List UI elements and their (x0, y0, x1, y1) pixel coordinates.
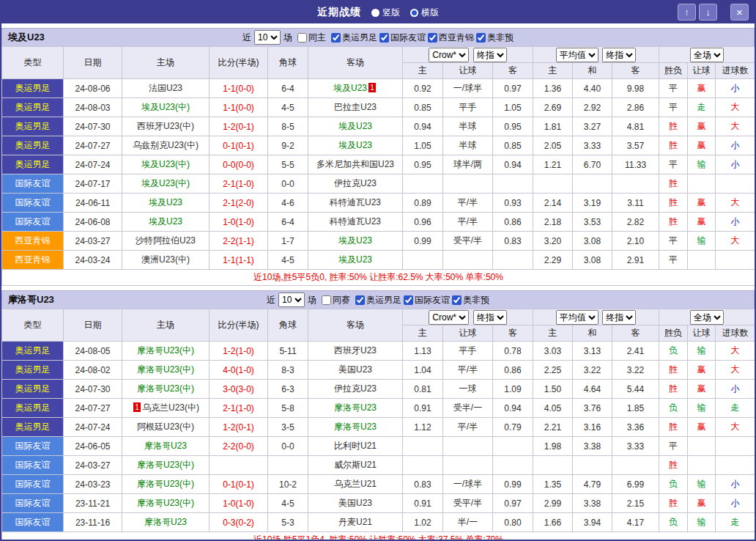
league-filter-checkbox-input[interactable] (428, 33, 437, 43)
odds-stage-select-2[interactable]: 终指 (602, 48, 636, 62)
odds-company-select[interactable]: Crow* (429, 48, 469, 62)
close-button[interactable]: × (730, 4, 749, 21)
away-team-cell[interactable]: 埃及U231 (308, 79, 403, 98)
home-team-cell[interactable]: 摩洛哥U23(中) (122, 380, 210, 399)
summary-row: 近10场,胜5平1负4, 胜率:50% 让胜率:50% 大率:37.5% 单率:… (2, 532, 755, 541)
league-filter-checkbox[interactable]: 奥运男足 (329, 32, 377, 44)
date-cell: 24-07-27 (64, 136, 122, 155)
col-away: 客场 (308, 309, 403, 342)
match-count-select[interactable]: 10 (254, 30, 281, 45)
home-team-cell[interactable]: 埃及U23 (122, 213, 210, 232)
scroll-down-button[interactable]: ↓ (699, 4, 717, 21)
away-team-cell[interactable]: 埃及U23 (308, 136, 403, 155)
league-filter-checkbox-input[interactable] (404, 295, 413, 305)
away-team-cell[interactable]: 埃及U23 (308, 251, 403, 270)
league-filter-checkbox[interactable]: 奥非预 (450, 294, 489, 306)
league-filter-checkbox[interactable]: 奥运男足 (353, 294, 401, 306)
layout-radio-horizontal[interactable]: 横版 (410, 7, 439, 19)
home-team-cell[interactable]: 摩洛哥U23(中) (122, 456, 210, 475)
odds-cell: 一球 (443, 380, 493, 399)
away-team-cell[interactable]: 美国U23 (308, 361, 403, 380)
matches-body: 奥运男足24-08-05摩洛哥U23(中)1-2(1-0)5-11西班牙U231… (2, 342, 755, 532)
odds-cell: 3.36 (612, 418, 659, 437)
result-cell: 赢 (688, 79, 716, 98)
away-team-cell[interactable]: 埃及U23 (308, 117, 403, 136)
away-team-cell[interactable]: 美国U23 (308, 494, 403, 513)
away-team-cell[interactable]: 伊拉克U23 (308, 380, 403, 399)
score-cell: 3-0(3-0) (210, 380, 268, 399)
col-corner: 角球 (268, 309, 308, 342)
home-team-cell[interactable]: 埃及U23(中) (122, 98, 210, 117)
league-filter-checkbox-input[interactable] (331, 33, 341, 43)
away-team-cell[interactable]: 西班牙U23 (308, 342, 403, 361)
away-team-cell[interactable]: 摩洛哥U23 (308, 418, 403, 437)
league-type-cell: 奥运男足 (2, 342, 64, 361)
layout-radio-vertical[interactable]: 竖版 (371, 7, 400, 19)
odds-cell: 2.15 (612, 494, 659, 513)
away-team-cell[interactable]: 摩洛哥U23 (308, 399, 403, 418)
odds-stage-select-1[interactable]: 终指 (473, 310, 507, 325)
league-filter-checkbox-input[interactable] (379, 33, 389, 43)
away-team-cell[interactable]: 伊拉克U23 (308, 174, 403, 194)
away-team-cell[interactable]: 丹麦U21 (308, 513, 403, 532)
odds-cell: 1.05 (493, 98, 533, 117)
home-team-cell[interactable]: 澳洲U23(中) (122, 251, 210, 270)
scroll-up-button[interactable]: ↑ (678, 4, 696, 21)
home-team-cell[interactable]: 1乌克兰U23(中) (122, 399, 210, 418)
score-cell: 4-0(1-0) (210, 361, 268, 380)
home-team-cell[interactable]: 法国U23 (122, 79, 210, 98)
home-team-cell[interactable]: 摩洛哥U23(中) (122, 342, 210, 361)
result-cell: 胜 (659, 117, 688, 136)
home-team-cell[interactable]: 沙特阿拉伯U23 (122, 232, 210, 251)
away-team-cell[interactable]: 科特迪瓦U23 (308, 213, 403, 232)
league-filter-checkbox[interactable]: 国际友谊 (401, 294, 450, 306)
odds-cell: 1.09 (493, 380, 533, 399)
home-team-cell[interactable]: 摩洛哥U23 (122, 513, 210, 532)
same-condition-checkbox[interactable]: 同主 (295, 32, 326, 44)
odds-company-select[interactable]: Crow* (429, 310, 469, 325)
odds-cell (493, 251, 533, 270)
euro-odds-select[interactable]: 平均值 (556, 48, 598, 62)
odds-stage-select-2[interactable]: 终指 (602, 310, 636, 325)
home-team-cell[interactable]: 摩洛哥U23(中) (122, 361, 210, 380)
league-filter-checkbox[interactable]: 国际友谊 (377, 32, 426, 44)
date-cell: 24-06-11 (64, 194, 122, 213)
league-filter-checkbox-input[interactable] (452, 295, 462, 305)
away-team-cell[interactable]: 乌克兰U21 (308, 475, 403, 494)
away-team-cell[interactable]: 科特迪瓦U23 (308, 194, 403, 213)
home-team-cell[interactable]: 摩洛哥U23(中) (122, 475, 210, 494)
home-team-cell[interactable]: 埃及U23(中) (122, 174, 210, 194)
league-filter-checkbox-input[interactable] (355, 295, 365, 305)
scope-select[interactable]: 全场 (690, 48, 724, 62)
home-team-cell[interactable]: 西班牙U23(中) (122, 117, 210, 136)
home-team-cell[interactable]: 阿根廷U23(中) (122, 418, 210, 437)
euro-odds-select[interactable]: 平均值 (556, 310, 598, 325)
away-team-cell[interactable]: 比利时U21 (308, 437, 403, 456)
match-row: 国际友谊24-03-23摩洛哥U23(中)0-1(0-1)10-2乌克兰U210… (2, 475, 755, 494)
league-type-cell: 国际友谊 (2, 475, 64, 494)
home-team-cell[interactable]: 摩洛哥U23(中) (122, 494, 210, 513)
result-cell: 胜 (659, 194, 688, 213)
match-count-select[interactable]: 10 (278, 292, 305, 307)
same-condition-checkbox-input[interactable] (322, 295, 331, 305)
league-filter-checkbox[interactable]: 西亚青锦 (426, 32, 474, 44)
odds-cell (533, 456, 573, 475)
away-team-cell[interactable]: 巴拉圭U23 (308, 98, 403, 117)
odds-stage-select-1[interactable]: 终指 (473, 48, 507, 62)
same-condition-checkbox-input[interactable] (297, 33, 307, 43)
same-condition-checkbox[interactable]: 同赛 (319, 294, 350, 306)
away-team-cell[interactable]: 多米尼加共和国U23 (308, 155, 403, 174)
result-cell: 小 (716, 155, 755, 174)
subcol-asian-away: 客 (493, 63, 533, 79)
scope-select[interactable]: 全场 (690, 310, 724, 325)
home-team-cell[interactable]: 摩洛哥U23 (122, 437, 210, 456)
home-team-cell[interactable]: 埃及U23(中) (122, 155, 210, 174)
away-team-cell[interactable]: 威尔斯U21 (308, 456, 403, 475)
odds-cell: 3.33 (573, 136, 612, 155)
league-filter-checkbox-input[interactable] (476, 33, 486, 43)
section-header-bar: 埃及U23 近 10 场 同主 奥运男足国际友谊西亚青锦奥非预 (1, 28, 755, 46)
away-team-cell[interactable]: 埃及U23 (308, 232, 403, 251)
home-team-cell[interactable]: 乌兹别克U23(中) (122, 136, 210, 155)
league-filter-checkbox[interactable]: 奥非预 (474, 32, 514, 44)
home-team-cell[interactable]: 埃及U23 (122, 194, 210, 213)
